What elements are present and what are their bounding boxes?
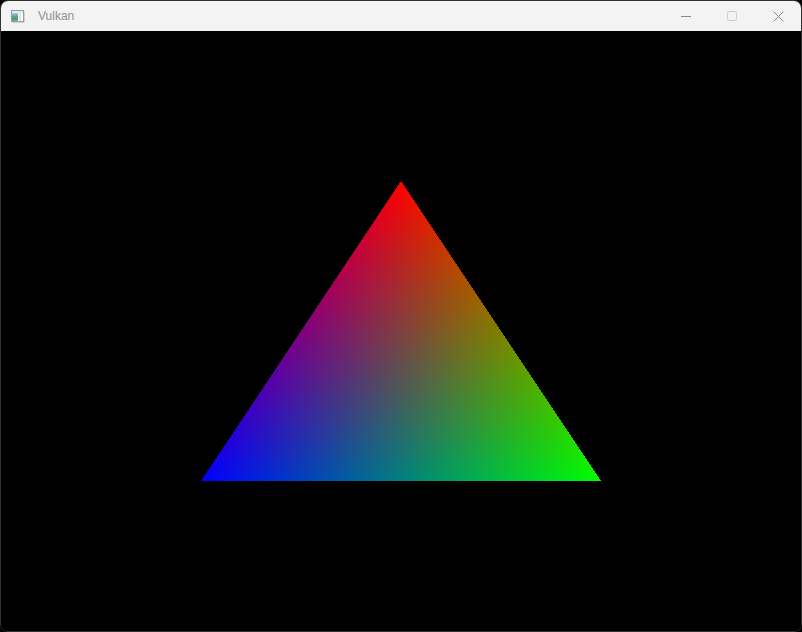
maximize-icon [727, 11, 737, 21]
titlebar[interactable]: Vulkan [1, 1, 801, 31]
client-area [1, 31, 801, 631]
vulkan-window: Vulkan [0, 0, 802, 632]
vulkan-render-canvas [1, 31, 801, 631]
window-title: Vulkan [38, 9, 74, 23]
caption-buttons [663, 1, 801, 31]
close-button[interactable] [755, 1, 801, 31]
minimize-button[interactable] [663, 1, 709, 31]
close-icon [773, 11, 784, 22]
minimize-icon [681, 11, 691, 21]
maximize-button[interactable] [709, 1, 755, 31]
app-icon[interactable] [10, 8, 26, 24]
